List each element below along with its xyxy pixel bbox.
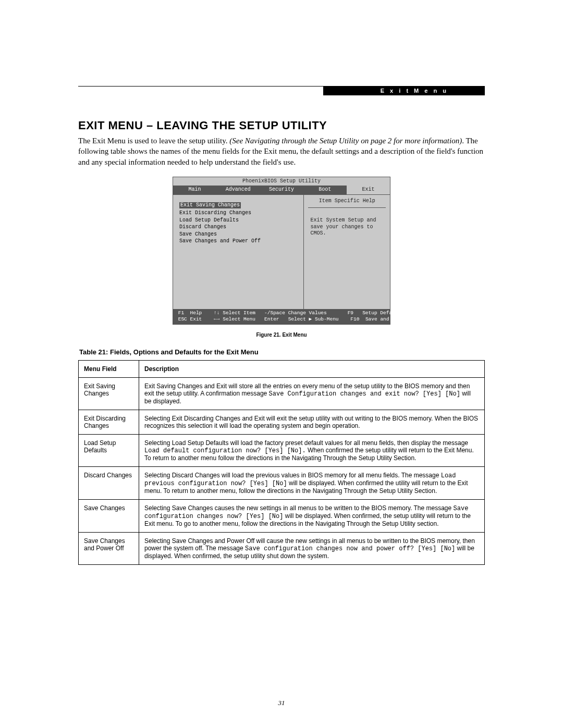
bios-screenshot: PhoenixBIOS Setup Utility Main Advanced … [173,177,390,325]
cell-field: Exit Saving Changes [79,378,139,410]
desc-text: Selecting Load Setup Defaults will load … [144,439,468,447]
table-row: Exit Saving Changes Exit Saving Changes … [79,378,485,410]
bios-item: Save Changes [179,231,299,238]
cell-desc: Selecting Save Changes and Power Off wil… [139,533,485,565]
bios-help-pane: Item Specific Help Exit System Setup and… [304,194,390,309]
table-caption: Table 21: Fields, Options and Defaults f… [79,348,485,356]
bios-footer-line1: F1 Help ↑↓ Select Item -/Space Change Va… [175,310,404,316]
cell-desc: Selecting Save Changes causes the new se… [139,500,485,533]
bios-tab-advanced: Advanced [216,186,260,194]
desc-text: Selecting Discard Changes will load the … [144,472,441,479]
desc-code: Save configuration changes now and power… [245,545,455,552]
cell-desc: Selecting Discard Changes will load the … [139,467,485,500]
desc-text: Selecting Save Changes causes the new se… [144,504,454,512]
bios-title: PhoenixBIOS Setup Utility [173,177,390,186]
intro-paragraph: The Exit Menu is used to leave the setup… [78,135,485,167]
page-number: 31 [0,699,563,707]
desc-code: Save Configuration changes and exit now?… [269,390,460,398]
cell-field: Discard Changes [79,467,139,500]
bios-item: Exit Discarding Changes [179,210,299,217]
header-section-label: E x i t M e n u [323,86,485,95]
bios-menu-pane: Exit Saving Changes Exit Discarding Chan… [173,194,304,309]
col-header-description: Description [139,361,485,378]
bios-item: Save Changes and Power Off [179,238,299,245]
bios-item: Discard Changes [179,224,299,231]
bios-footer-line2: ESC Exit ←→ Select Menu Enter Select ▶ S… [175,316,404,322]
table-row: Discard Changes Selecting Discard Change… [79,467,485,500]
intro-text-a: The Exit Menu is used to leave the setup… [78,137,229,145]
bios-tab-boot: Boot [303,186,347,194]
col-header-menu-field: Menu Field [79,361,139,378]
figure-caption: Figure 21. Exit Menu [78,332,485,338]
cell-desc: Selecting Exit Discarding Changes and Ex… [139,410,485,435]
bios-help-text: Exit System Setup and save your changes … [308,217,386,237]
table-row: Load Setup Defaults Selecting Load Setup… [79,435,485,467]
cell-desc: Exit Saving Changes and Exit will store … [139,378,485,410]
cell-field: Save Changes [79,500,139,533]
bios-tabs: Main Advanced Security Boot Exit [173,186,390,194]
bios-item: Load Setup Defaults [179,217,299,224]
bios-tab-main: Main [173,186,216,194]
table-row: Save Changes Selecting Save Changes caus… [79,500,485,533]
bios-tab-exit: Exit [347,186,390,194]
bios-footer: F1 Help ↑↓ Select Item -/Space Change Va… [173,309,390,325]
cell-desc: Selecting Load Setup Defaults will load … [139,435,485,467]
bios-item-selected: Exit Saving Changes [179,202,241,209]
desc-text: Selecting Exit Discarding Changes and Ex… [144,415,478,429]
cell-field: Save Changes and Power Off [79,533,139,565]
fields-table: Menu Field Description Exit Saving Chang… [78,360,485,565]
intro-crossref: (See Navigating through the Setup Utilit… [229,137,462,145]
cell-field: Load Setup Defaults [79,435,139,467]
table-row: Save Changes and Power Off Selecting Sav… [79,533,485,565]
desc-code: Load default configuration now? [Yes] [N… [144,447,306,454]
bios-tab-security: Security [260,186,303,194]
page-title: EXIT MENU – LEAVING THE SETUP UTILITY [78,119,485,132]
cell-field: Exit Discarding Changes [79,410,139,435]
table-row: Exit Discarding Changes Selecting Exit D… [79,410,485,435]
bios-help-header: Item Specific Help [308,198,386,208]
